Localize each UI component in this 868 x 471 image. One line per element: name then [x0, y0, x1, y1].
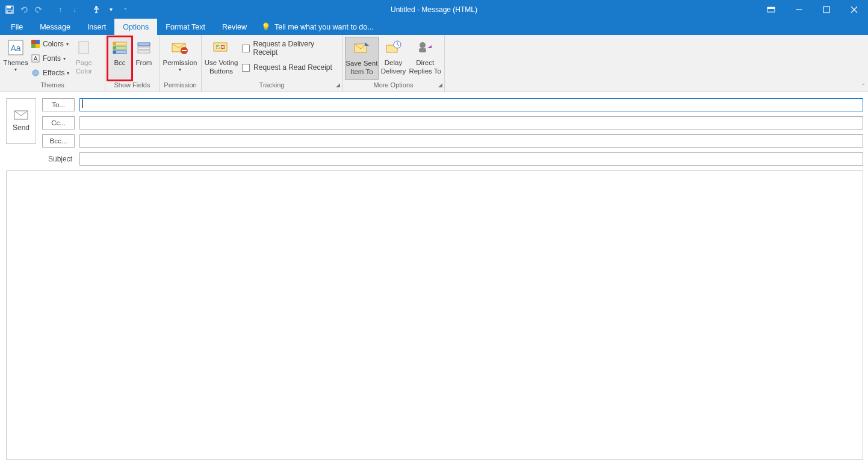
group-show-fields-label: Show Fields	[105, 81, 159, 92]
save-icon[interactable]	[4, 4, 16, 16]
svg-rect-31	[182, 50, 187, 51]
undo-icon[interactable]	[18, 4, 30, 16]
close-icon[interactable]	[840, 0, 868, 19]
tab-file[interactable]: File	[2, 19, 31, 35]
ribbon-display-icon[interactable]	[757, 0, 785, 19]
collapse-ribbon-icon[interactable]: ˆ	[863, 84, 864, 90]
save-sent-item-button[interactable]: Save Sent Item To	[345, 37, 379, 80]
svg-rect-32	[214, 43, 227, 51]
from-icon	[134, 38, 153, 57]
svg-text:A: A	[34, 55, 38, 62]
direct-replies-button[interactable]: Direct Replies To	[408, 37, 442, 80]
fonts-button[interactable]: A Fonts▾	[29, 52, 71, 65]
tab-format-text[interactable]: Format Text	[157, 19, 214, 35]
maximize-icon[interactable]	[813, 0, 840, 19]
svg-rect-1	[7, 6, 11, 8]
ribbon: Aa Themes ▾ Colors▾ A Fonts▾ Effects▾	[0, 35, 868, 92]
svg-point-3	[95, 6, 98, 8]
group-permission-label: Permission	[160, 81, 201, 92]
title-bar: ↑ ↓ ▾ ⁼ Untitled - Message (HTML)	[0, 0, 868, 19]
bcc-button[interactable]: Bcc	[108, 37, 132, 80]
send-icon	[14, 110, 28, 120]
tab-review[interactable]: Review	[214, 19, 255, 35]
accessibility-icon[interactable]	[90, 4, 102, 16]
fonts-icon: A	[31, 54, 40, 63]
message-body[interactable]	[6, 170, 863, 460]
svg-rect-14	[31, 44, 36, 48]
svg-rect-12	[31, 40, 36, 44]
prev-item-icon[interactable]: ↑	[54, 4, 66, 16]
svg-rect-25	[113, 51, 116, 54]
group-themes-label: Themes	[0, 81, 105, 92]
group-show-fields: Bcc From Show Fields	[105, 35, 160, 92]
lightbulb-icon: 💡	[261, 22, 271, 31]
svg-text:Aa: Aa	[10, 43, 20, 53]
subject-input[interactable]	[79, 152, 863, 166]
permission-button[interactable]: Permission ▾	[162, 37, 198, 80]
window-controls	[757, 0, 868, 19]
tab-insert[interactable]: Insert	[79, 19, 114, 35]
read-receipt-checkbox[interactable]: Request a Read Receipt	[238, 61, 339, 74]
tracking-launcher-icon[interactable]: ◢	[336, 82, 340, 88]
tab-message[interactable]: Message	[31, 19, 79, 35]
svg-rect-5	[767, 7, 775, 9]
delay-delivery-icon	[384, 38, 403, 57]
delay-delivery-button[interactable]: Delay Delivery	[379, 37, 409, 80]
tell-me-search[interactable]: 💡 Tell me what you want to do...	[255, 19, 380, 35]
bcc-field-button[interactable]: Bcc...	[42, 134, 75, 148]
bcc-icon	[110, 38, 129, 57]
compose-header: Send To... Cc... Bcc... Subject	[0, 92, 868, 170]
svg-rect-24	[113, 46, 116, 49]
svg-rect-2	[7, 10, 12, 13]
window-title: Untitled - Message (HTML)	[391, 5, 477, 14]
checkbox-icon	[242, 64, 250, 72]
group-permission: Permission ▾ Permission	[160, 35, 202, 92]
svg-point-18	[33, 70, 39, 76]
svg-rect-28	[138, 51, 150, 53]
svg-rect-23	[113, 42, 116, 45]
colors-icon	[31, 39, 40, 49]
tell-me-label: Tell me what you want to do...	[274, 23, 374, 31]
page-color-button[interactable]: Page Color	[71, 37, 96, 80]
voting-icon	[212, 38, 231, 57]
from-button[interactable]: From	[132, 37, 156, 80]
more-options-launcher-icon[interactable]: ◢	[438, 82, 442, 88]
svg-rect-13	[36, 40, 40, 44]
group-more-options: Save Sent Item To Delay Delivery Direct …	[343, 35, 445, 92]
redo-icon[interactable]	[33, 4, 45, 16]
group-tracking-label: Tracking◢	[202, 81, 342, 92]
cc-button[interactable]: Cc...	[42, 116, 75, 129]
checkbox-icon	[242, 45, 249, 52]
to-button[interactable]: To...	[42, 98, 75, 111]
group-themes: Aa Themes ▾ Colors▾ A Fonts▾ Effects▾	[0, 35, 105, 92]
cc-input[interactable]	[79, 116, 863, 129]
next-item-icon[interactable]: ↓	[69, 4, 81, 16]
svg-rect-39	[419, 48, 426, 52]
svg-rect-7	[823, 7, 829, 13]
svg-point-38	[420, 42, 426, 48]
colors-button[interactable]: Colors▾	[29, 37, 71, 51]
save-sent-icon	[352, 39, 371, 58]
delivery-receipt-checkbox[interactable]: Request a Delivery Receipt	[238, 42, 339, 55]
themes-icon: Aa	[6, 38, 25, 57]
direct-replies-icon	[415, 38, 435, 57]
bcc-input[interactable]	[79, 134, 863, 148]
voting-buttons[interactable]: Use Voting Buttons	[204, 37, 238, 80]
qat-more-icon[interactable]: ⁼	[119, 4, 131, 16]
svg-rect-19	[79, 42, 88, 54]
svg-rect-27	[138, 47, 150, 49]
group-more-options-label: More Options◢	[343, 81, 444, 92]
permission-icon	[170, 38, 190, 57]
subject-label: Subject	[42, 155, 75, 163]
effects-icon	[31, 68, 40, 78]
svg-rect-26	[138, 43, 150, 46]
send-button[interactable]: Send	[6, 98, 36, 144]
tab-options[interactable]: Options	[114, 19, 157, 35]
qat-customize-icon[interactable]: ▾	[105, 4, 117, 16]
themes-button[interactable]: Aa Themes ▾	[2, 37, 29, 80]
to-input[interactable]	[79, 98, 863, 111]
minimize-icon[interactable]	[785, 0, 813, 19]
page-color-icon	[74, 38, 93, 57]
effects-button[interactable]: Effects▾	[29, 66, 71, 80]
ribbon-tabs: File Message Insert Options Format Text …	[0, 19, 868, 35]
